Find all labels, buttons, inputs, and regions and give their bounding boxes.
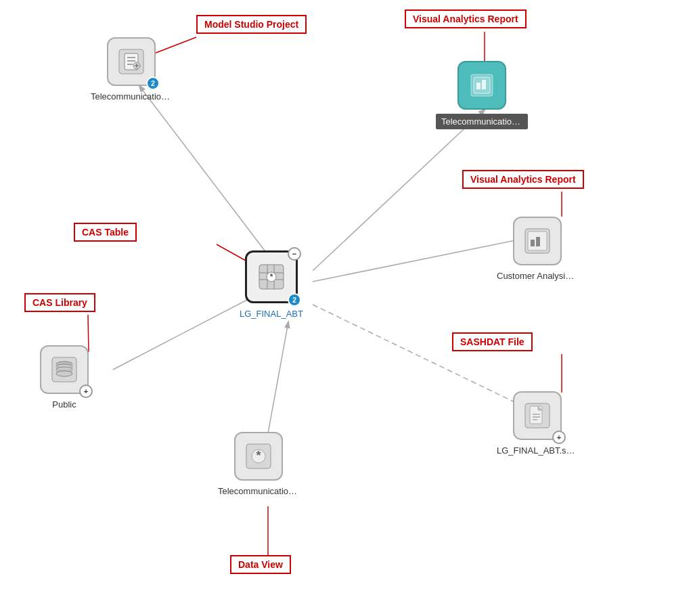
model-studio-icon-box: 2 bbox=[107, 37, 156, 86]
node-va-report-1[interactable]: Telecommunications Ex... bbox=[436, 61, 528, 129]
va-report-2-icon bbox=[524, 227, 551, 255]
svg-rect-31 bbox=[476, 83, 480, 89]
callout-va-report-1: Visual Analytics Report bbox=[405, 9, 527, 28]
center-badge-count: 2 bbox=[288, 293, 301, 307]
data-view-icon: * bbox=[245, 443, 272, 470]
cas-library-badge: + bbox=[79, 384, 93, 398]
node-sashdat[interactable]: + LG_FINAL_ABT.sashdat bbox=[497, 391, 578, 456]
sashdat-icon bbox=[524, 402, 551, 429]
node-cas-library[interactable]: + Public bbox=[40, 345, 89, 410]
cas-library-icon bbox=[51, 356, 78, 383]
svg-rect-32 bbox=[482, 80, 486, 89]
callout-cas-library: CAS Library bbox=[24, 293, 95, 312]
center-node-label: LG_FINAL_ABT bbox=[240, 309, 303, 319]
cas-library-icon-box: + bbox=[40, 345, 89, 394]
svg-text:*: * bbox=[270, 272, 273, 282]
svg-line-1 bbox=[313, 110, 485, 271]
data-view-icon-box: * bbox=[234, 432, 283, 481]
data-view-label: Telecommunication Dat... bbox=[218, 486, 299, 496]
node-model-studio[interactable]: 2 Telecommunications m... bbox=[91, 37, 172, 102]
callout-va-report-2: Visual Analytics Report bbox=[462, 170, 584, 189]
va-report-2-icon-box bbox=[513, 217, 562, 265]
callout-data-view: Data View bbox=[230, 555, 291, 574]
center-badge-minus: − bbox=[288, 247, 301, 261]
va-report-1-icon-box bbox=[457, 61, 506, 110]
va-report-2-label: Customer Analysis Rep... bbox=[497, 271, 578, 281]
sashdat-badge: + bbox=[552, 431, 566, 444]
callout-sashdat: SASHDAT File bbox=[452, 332, 533, 351]
model-studio-badge: 2 bbox=[146, 76, 160, 90]
diagram-canvas: Model Studio Project Visual Analytics Re… bbox=[0, 0, 693, 616]
svg-point-44 bbox=[56, 371, 72, 376]
va-report-1-label: Telecommunications Ex... bbox=[441, 116, 522, 127]
sashdat-icon-box: + bbox=[513, 391, 562, 440]
callout-cas-table: CAS Table bbox=[74, 223, 137, 242]
svg-text:*: * bbox=[256, 449, 261, 462]
cas-table-icon: * bbox=[258, 263, 285, 290]
va-report-1-icon bbox=[468, 72, 495, 99]
node-va-report-2[interactable]: Customer Analysis Rep... bbox=[497, 217, 578, 281]
svg-rect-35 bbox=[531, 240, 535, 246]
sashdat-label: LG_FINAL_ABT.sashdat bbox=[497, 445, 578, 456]
node-center[interactable]: * − 2 LG_FINAL_ABT bbox=[240, 250, 303, 319]
cas-library-label: Public bbox=[52, 399, 76, 410]
callout-model-studio: Model Studio Project bbox=[196, 15, 307, 34]
model-studio-label: Telecommunications m... bbox=[91, 91, 172, 102]
model-studio-icon bbox=[118, 48, 145, 75]
svg-rect-36 bbox=[536, 237, 540, 246]
node-data-view[interactable]: * Telecommunication Dat... bbox=[218, 432, 299, 496]
cas-table-icon-box: * − 2 bbox=[245, 250, 298, 303]
svg-line-5 bbox=[268, 322, 288, 433]
